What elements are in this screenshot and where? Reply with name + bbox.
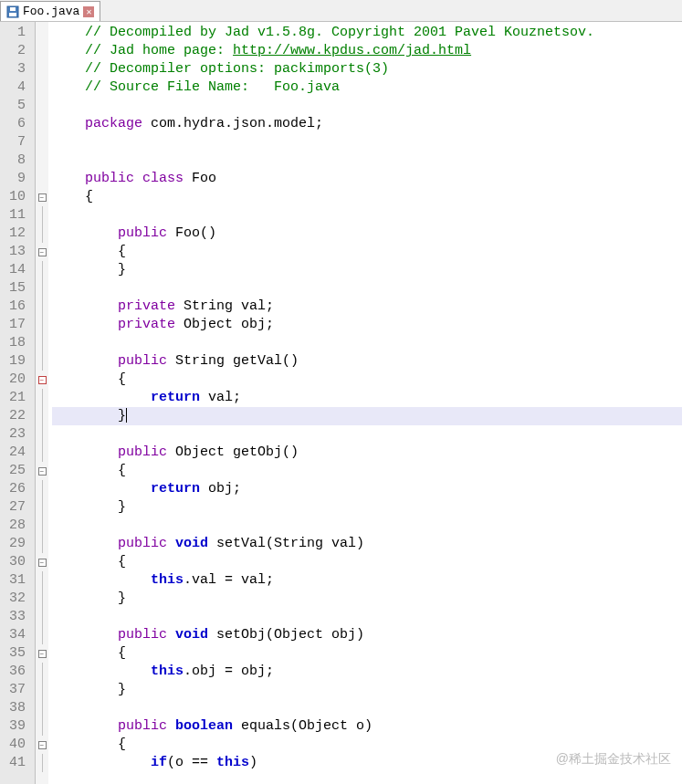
line-number: 8 bbox=[0, 152, 35, 170]
code-line[interactable]: { bbox=[52, 644, 682, 663]
code-line[interactable]: { bbox=[52, 243, 682, 261]
code-line[interactable]: { bbox=[52, 462, 682, 480]
line-number: 15 bbox=[0, 279, 35, 298]
line-number: 11 bbox=[0, 206, 35, 225]
code-line[interactable] bbox=[52, 517, 682, 535]
code-line[interactable]: this.val = val; bbox=[52, 571, 682, 590]
fold-cell bbox=[36, 444, 48, 462]
code-line[interactable] bbox=[52, 334, 682, 352]
code-line[interactable]: public Object getObj() bbox=[52, 444, 682, 462]
line-number: 12 bbox=[0, 225, 35, 243]
code-line[interactable]: public class Foo bbox=[52, 170, 682, 188]
code-line[interactable]: // Source File Name: Foo.java bbox=[52, 78, 682, 97]
fold-toggle-icon[interactable]: − bbox=[38, 467, 47, 476]
code-line[interactable]: } bbox=[52, 681, 682, 699]
fold-cell bbox=[36, 152, 48, 170]
fold-cell bbox=[36, 298, 48, 316]
line-number: 14 bbox=[0, 261, 35, 279]
line-number: 34 bbox=[0, 626, 35, 644]
fold-cell: − bbox=[36, 188, 48, 206]
code-line[interactable]: public Foo() bbox=[52, 225, 682, 243]
fold-cell: − bbox=[36, 243, 48, 261]
code-line[interactable]: { bbox=[52, 188, 682, 206]
watermark-text: @稀土掘金技术社区 bbox=[556, 751, 671, 768]
fold-cell bbox=[36, 425, 48, 444]
fold-cell bbox=[36, 78, 48, 97]
close-icon[interactable]: ✕ bbox=[83, 6, 94, 17]
fold-cell bbox=[36, 225, 48, 243]
line-number: 20 bbox=[0, 371, 35, 389]
line-number: 23 bbox=[0, 425, 35, 444]
file-tab[interactable]: Foo.java ✕ bbox=[0, 1, 100, 21]
line-number: 9 bbox=[0, 170, 35, 188]
fold-toggle-icon[interactable]: − bbox=[38, 376, 47, 384]
code-line[interactable] bbox=[52, 279, 682, 298]
code-area[interactable]: // Decompiled by Jad v1.5.8g. Copyright … bbox=[48, 22, 682, 784]
fold-cell bbox=[36, 389, 48, 407]
code-line[interactable]: // Decompiled by Jad v1.5.8g. Copyright … bbox=[52, 24, 682, 42]
code-line[interactable]: } bbox=[52, 407, 682, 425]
fold-cell bbox=[36, 170, 48, 188]
code-line[interactable]: package com.hydra.json.model; bbox=[52, 115, 682, 133]
code-line[interactable] bbox=[52, 608, 682, 626]
code-line[interactable]: { bbox=[52, 371, 682, 389]
line-number: 19 bbox=[0, 352, 35, 371]
fold-cell bbox=[36, 608, 48, 626]
fold-cell: − bbox=[36, 553, 48, 571]
fold-toggle-icon[interactable]: − bbox=[38, 193, 47, 202]
code-line[interactable] bbox=[52, 699, 682, 717]
code-line[interactable] bbox=[52, 133, 682, 152]
line-number: 24 bbox=[0, 444, 35, 462]
fold-cell bbox=[36, 60, 48, 78]
text-cursor bbox=[126, 408, 127, 423]
fold-cell bbox=[36, 498, 48, 517]
fold-toggle-icon[interactable]: − bbox=[38, 650, 47, 658]
code-line[interactable]: } bbox=[52, 498, 682, 517]
fold-cell bbox=[36, 699, 48, 717]
code-line[interactable]: // Decompiler options: packimports(3) bbox=[52, 60, 682, 78]
fold-toggle-icon[interactable]: − bbox=[38, 248, 47, 256]
fold-cell bbox=[36, 571, 48, 590]
code-line[interactable]: { bbox=[52, 553, 682, 571]
fold-column: −−−−−−− bbox=[36, 22, 48, 784]
fold-cell bbox=[36, 480, 48, 498]
line-number: 3 bbox=[0, 60, 35, 78]
code-line[interactable]: public String getVal() bbox=[52, 352, 682, 371]
line-number: 21 bbox=[0, 389, 35, 407]
code-line[interactable]: this.obj = obj; bbox=[52, 663, 682, 681]
code-line[interactable]: } bbox=[52, 261, 682, 279]
code-editor[interactable]: 1234567891011121314151617181920212223242… bbox=[0, 22, 682, 784]
code-line[interactable]: // Jad home page: http://www.kpdus.com/j… bbox=[52, 42, 682, 60]
code-line[interactable] bbox=[52, 152, 682, 170]
code-line[interactable]: public void setVal(String val) bbox=[52, 535, 682, 553]
fold-cell bbox=[36, 535, 48, 553]
fold-cell bbox=[36, 626, 48, 644]
fold-toggle-icon[interactable]: − bbox=[38, 741, 47, 749]
code-line[interactable]: return obj; bbox=[52, 480, 682, 498]
fold-cell bbox=[36, 24, 48, 42]
fold-cell bbox=[36, 316, 48, 334]
line-number: 38 bbox=[0, 699, 35, 717]
code-line[interactable]: public boolean equals(Object o) bbox=[52, 717, 682, 736]
svg-rect-1 bbox=[9, 13, 16, 16]
line-number: 39 bbox=[0, 717, 35, 736]
line-number: 6 bbox=[0, 115, 35, 133]
code-line[interactable]: private Object obj; bbox=[52, 316, 682, 334]
code-line[interactable]: return val; bbox=[52, 389, 682, 407]
line-number: 28 bbox=[0, 517, 35, 535]
fold-cell: − bbox=[36, 462, 48, 480]
fold-cell bbox=[36, 663, 48, 681]
line-number: 27 bbox=[0, 498, 35, 517]
code-line[interactable]: private String val; bbox=[52, 298, 682, 316]
code-line[interactable]: public void setObj(Object obj) bbox=[52, 626, 682, 644]
code-line[interactable]: } bbox=[52, 590, 682, 608]
fold-toggle-icon[interactable]: − bbox=[38, 559, 47, 567]
svg-rect-2 bbox=[10, 7, 16, 11]
fold-cell bbox=[36, 334, 48, 352]
fold-cell bbox=[36, 352, 48, 371]
line-number: 26 bbox=[0, 480, 35, 498]
code-line[interactable] bbox=[52, 206, 682, 225]
code-line[interactable] bbox=[52, 425, 682, 444]
fold-cell bbox=[36, 42, 48, 60]
code-line[interactable] bbox=[52, 97, 682, 115]
